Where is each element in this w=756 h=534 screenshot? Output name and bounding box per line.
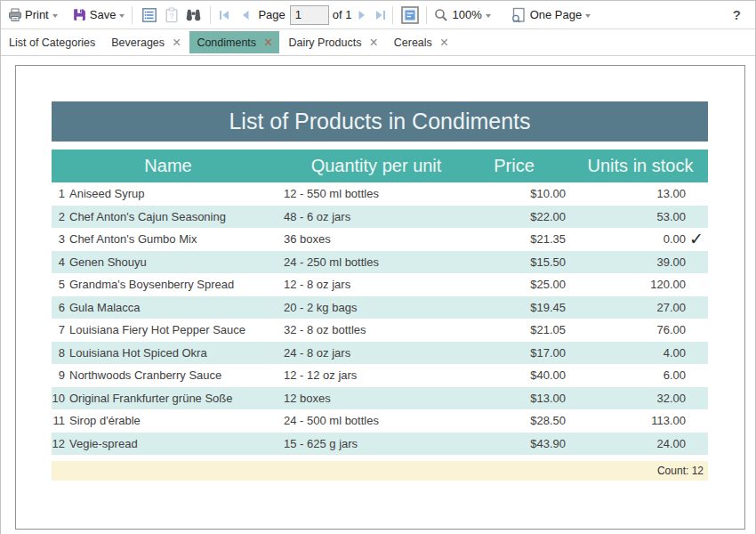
print-button[interactable]: Print <box>6 4 60 27</box>
print-label: Print <box>25 8 49 21</box>
units-in-stock: 39.00 <box>550 251 686 274</box>
row-number: 6 <box>52 296 65 320</box>
page-count-label: of 1 <box>333 8 352 21</box>
first-page-button[interactable] <box>218 4 231 27</box>
units-in-stock: 6.00 <box>550 364 686 387</box>
table-row: 9Northwoods Cranberry Sauce12 - 12 oz ja… <box>52 364 708 387</box>
units-in-stock: 120.00 <box>550 273 686 296</box>
save-button[interactable]: Save <box>70 4 127 27</box>
viewer-area: List of Products in Condiments NameQuant… <box>1 56 755 534</box>
product-name: Grandma's Boysenberry Spread <box>69 273 234 296</box>
report-table: List of Products in Condiments NameQuant… <box>52 101 708 481</box>
table-body: 1Aniseed Syrup12 - 550 ml bottles$10.001… <box>52 182 708 455</box>
svg-text:?: ? <box>169 12 173 20</box>
quantity-per-unit: 32 - 8 oz bottles <box>284 319 366 342</box>
report-page: List of Products in Condiments NameQuant… <box>15 65 745 530</box>
page-number-input[interactable] <box>290 5 329 25</box>
toolbar-separator <box>426 6 427 24</box>
parameters-button[interactable] <box>138 4 160 27</box>
quantity-per-unit: 12 - 550 ml bottles <box>284 182 379 206</box>
parameters-icon <box>141 7 157 23</box>
save-icon <box>72 7 87 22</box>
next-page-icon <box>358 10 366 20</box>
units-in-stock: 113.00 <box>550 409 686 433</box>
tab-close-icon[interactable]: × <box>264 36 272 50</box>
table-row: 7Louisiana Fiery Hot Pepper Sauce32 - 8 … <box>52 319 708 342</box>
product-name: Original Frankfurter grüne Soße <box>69 387 233 410</box>
tab-label: Cereals <box>394 36 432 49</box>
tab-label: Beverages <box>111 36 165 49</box>
tab-close-icon[interactable]: × <box>369 36 377 50</box>
quantity-per-unit: 24 - 250 ml bottles <box>284 251 379 274</box>
zoom-caret-icon <box>486 14 491 18</box>
toolbar: Print Save <box>1 1 755 29</box>
price: $22.00 <box>425 206 566 229</box>
quantity-per-unit: 24 - 8 oz jars <box>284 342 350 365</box>
page-label: Page <box>258 8 285 21</box>
tab-label: List of Categories <box>9 36 95 49</box>
tab-label: Condiments <box>197 36 256 49</box>
product-name: Louisiana Fiery Hot Pepper Sauce <box>69 319 245 342</box>
units-in-stock: 76.00 <box>550 319 686 342</box>
view-mode-button[interactable]: One Page <box>509 4 593 27</box>
product-name: Louisiana Hot Spiced Okra <box>69 342 207 365</box>
tab-beverages[interactable]: Beverages× <box>104 31 188 53</box>
first-page-icon <box>219 10 230 20</box>
tab-close-icon[interactable]: × <box>440 36 448 50</box>
report-title: List of Products in Condiments <box>52 101 708 142</box>
price: $17.00 <box>425 342 566 365</box>
table-header: NameQuantity per unitPriceUnits in stock <box>52 150 708 182</box>
save-label: Save <box>90 8 117 21</box>
price: $43.90 <box>425 433 566 456</box>
count-footer: Count: 12 <box>52 461 708 481</box>
table-row: 1Aniseed Syrup12 - 550 ml bottles$10.001… <box>52 182 708 206</box>
tab-dairy-products[interactable]: Dairy Products× <box>281 31 384 53</box>
tab-close-icon[interactable]: × <box>173 36 181 50</box>
view-mode-caret-icon <box>585 14 591 18</box>
table-row: 10Original Frankfurter grüne Soße12 boxe… <box>52 387 708 410</box>
one-page-icon <box>511 7 527 23</box>
toolbar-separator <box>132 6 133 24</box>
tab-cereals[interactable]: Cereals× <box>387 31 455 53</box>
table-row: 12Vegie-spread15 - 625 g jars$43.9024.00 <box>52 433 708 456</box>
help-button[interactable]: ? <box>733 7 741 22</box>
table-row: 2Chef Anton's Cajun Seasoning48 - 6 oz j… <box>52 206 708 229</box>
previous-page-icon <box>241 10 250 20</box>
row-number: 2 <box>52 206 65 229</box>
quantity-per-unit: 12 - 12 oz jars <box>284 364 357 387</box>
tab-condiments[interactable]: Condiments× <box>189 31 279 53</box>
column-header: Name <box>144 150 191 182</box>
row-number: 8 <box>52 342 65 365</box>
quantity-per-unit: 48 - 6 oz jars <box>284 206 350 229</box>
row-number: 7 <box>52 319 65 342</box>
clipboard-button[interactable]: ? <box>160 4 182 27</box>
zoom-button[interactable]: 100% <box>432 4 492 27</box>
bookmarks-panel-button[interactable] <box>398 4 421 27</box>
price: $28.50 <box>425 409 566 433</box>
zoom-value: 100% <box>452 8 481 21</box>
table-row: 6Gula Malacca20 - 2 kg bags$19.4527.00 <box>52 296 708 320</box>
units-in-stock: 32.00 <box>550 387 686 410</box>
product-name: Gula Malacca <box>69 296 140 320</box>
units-in-stock: 0.00 <box>550 228 686 251</box>
units-in-stock: 13.00 <box>550 182 686 206</box>
quantity-per-unit: 20 - 2 kg bags <box>284 296 357 320</box>
table-row: 5Grandma's Boysenberry Spread12 - 8 oz j… <box>52 273 708 296</box>
price: $25.00 <box>425 273 566 296</box>
product-name: Sirop d'érable <box>69 409 141 433</box>
product-name: Northwoods Cranberry Sauce <box>69 364 221 387</box>
find-button[interactable] <box>182 4 205 27</box>
previous-page-button[interactable] <box>238 4 252 27</box>
next-page-button[interactable] <box>355 4 368 27</box>
toolbar-separator <box>210 6 211 24</box>
column-header: Units in stock <box>588 150 694 182</box>
row-number: 10 <box>52 387 65 410</box>
last-page-button[interactable] <box>374 4 387 27</box>
product-name: Chef Anton's Cajun Seasoning <box>69 206 226 229</box>
tab-bar: List of CategoriesBeverages×Condiments×D… <box>1 29 755 56</box>
column-header: Price <box>494 150 535 182</box>
tab-list-of-categories[interactable]: List of Categories <box>2 31 102 53</box>
clipboard-icon: ? <box>165 7 179 23</box>
product-name: Genen Shouyu <box>69 251 147 274</box>
printer-icon <box>8 8 22 22</box>
